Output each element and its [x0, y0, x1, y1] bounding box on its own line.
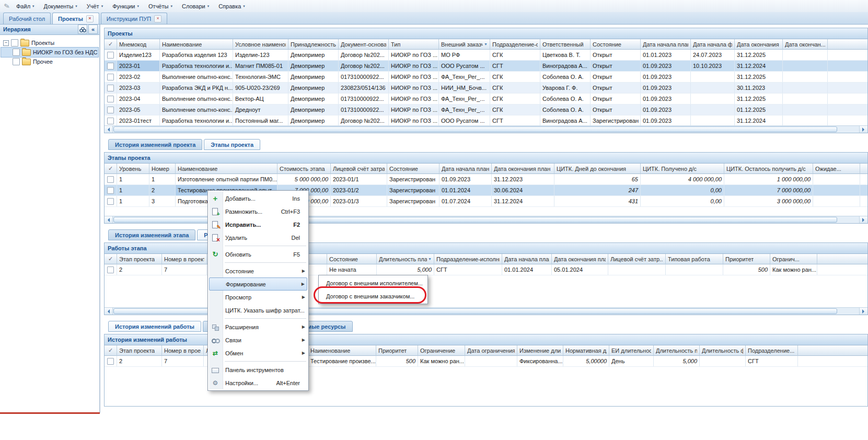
scroll-left-icon[interactable] [105, 216, 113, 223]
window-tab-2[interactable]: Инструкции ПУП× [101, 13, 167, 24]
filter-arrow-icon[interactable]: ▼ [428, 257, 432, 261]
submenu-item-0[interactable]: Договор с внешним исполнителем... [320, 276, 426, 290]
row-checkbox[interactable] [107, 96, 114, 102]
column-header-12[interactable]: Подразделение... [746, 345, 798, 356]
submenu-item-1[interactable]: Договор с внешним заказчиком... [320, 290, 426, 303]
table-row[interactable]: Изделие123Разработка изделия 123Изделие-… [105, 50, 867, 61]
row-checkbox[interactable] [107, 52, 114, 59]
row-checkbox[interactable] [107, 267, 114, 273]
column-header-9[interactable]: Типовая работа [666, 254, 723, 264]
tree-checkbox[interactable] [13, 49, 20, 56]
row-checkbox[interactable] [107, 85, 114, 91]
scroll-right-icon[interactable] [859, 216, 867, 223]
column-header-1[interactable]: Номер в прое... [162, 345, 204, 356]
section-tab-0[interactable]: История изменений этапа [108, 229, 195, 240]
column-header-4[interactable]: Длительность план.▼ [377, 254, 434, 264]
menubar-item-4[interactable]: Отчёты▾ [144, 2, 177, 11]
column-header-7[interactable]: Изменение длите... [517, 345, 563, 356]
tree-item-niokr-goz[interactable]: НИОКР по ГОЗ без НДС [1, 48, 98, 57]
context-menu-item-5[interactable]: ОбновитьF5 [209, 248, 307, 261]
tree-item-prochee[interactable]: Прочее [1, 57, 98, 66]
column-header-7[interactable]: Дата окончания план [552, 254, 608, 264]
column-header-11[interactable]: Огранич... [770, 254, 817, 264]
column-header-2[interactable]: Наименование [176, 164, 277, 174]
table-row[interactable]: 2023-02Выполнение опытно-конс...Технолог… [105, 72, 867, 83]
column-header-1[interactable]: Наименование [160, 39, 233, 50]
column-header-8[interactable]: ЦИТК. Дней до окончания [554, 164, 641, 174]
tree-checkbox[interactable] [13, 58, 20, 65]
tab-close-icon[interactable]: × [154, 15, 161, 22]
column-header-8[interactable]: Нормативная длит... [563, 345, 609, 356]
tree-expander-icon[interactable]: − [3, 40, 9, 46]
column-header-11[interactable]: Ожидае... [813, 164, 860, 174]
scroll-right-icon[interactable] [859, 308, 867, 315]
column-header-0[interactable]: Уровень [117, 164, 149, 174]
column-header-8[interactable]: Лицевой счёт затр... [608, 254, 666, 264]
row-checkbox[interactable] [107, 187, 114, 194]
row-checkbox[interactable] [107, 198, 114, 205]
column-header-8[interactable]: Ответственный [540, 39, 591, 50]
column-header-9[interactable]: ЕИ длительности [609, 345, 654, 356]
context-menu-item-8[interactable]: Формирование▶ [209, 277, 307, 291]
column-header-1[interactable]: Номер [149, 164, 176, 174]
context-menu-item-17[interactable]: Настройки...Alt+Enter [209, 376, 307, 389]
section-tab-0[interactable]: История изменений работы [108, 321, 201, 332]
column-header-7[interactable]: Дата окончания план [492, 164, 554, 174]
context-menu-item-1[interactable]: Размножить...Ctrl+F3 [209, 205, 307, 218]
window-tab-0[interactable]: Рабочий стол [3, 13, 51, 24]
column-header-6[interactable]: Дата начала план [439, 164, 492, 174]
column-header-10[interactable]: Дата начала план. [641, 39, 691, 50]
column-header-5[interactable]: Ограничение [418, 345, 465, 356]
context-menu-item-7[interactable]: Состояние▶ [209, 264, 307, 277]
column-header-3[interactable]: Принадлежность [288, 39, 339, 50]
scroll-right-icon[interactable] [859, 126, 867, 133]
column-header-10[interactable]: Приоритет [723, 254, 770, 264]
column-header-0[interactable]: Этап проекта [117, 345, 162, 356]
column-header-3[interactable]: Стоимость этапа [277, 164, 331, 174]
scroll-track[interactable] [113, 126, 859, 133]
context-menu-item-2[interactable]: Исправить...F2 [209, 218, 307, 231]
column-header-1[interactable]: Номер в проект... [162, 254, 207, 264]
row-checkbox[interactable] [107, 358, 114, 365]
context-menu-item-0[interactable]: Добавить...Ins [209, 192, 307, 205]
window-tab-1[interactable]: Проекты× [52, 13, 99, 24]
column-header-13[interactable]: Дата окончан... [783, 39, 828, 50]
row-checkbox[interactable] [107, 74, 114, 80]
context-menu-item-9[interactable]: Просмотр▶ [209, 291, 307, 304]
context-menu-item-3[interactable]: УдалитьDel [209, 231, 307, 244]
scroll-left-icon[interactable] [105, 126, 113, 133]
column-header-7[interactable]: Подразделение-от... [490, 39, 540, 50]
context-menu-item-12[interactable]: Расширения▶ [209, 320, 307, 333]
column-header-4[interactable]: Лицевой счёт затрат [331, 164, 387, 174]
context-menu-item-13[interactable]: Связи▶ [209, 333, 307, 346]
menubar-item-0[interactable]: Файл▾ [11, 2, 39, 11]
row-checkbox[interactable] [107, 176, 114, 183]
row-checkbox[interactable] [107, 107, 114, 113]
tab-close-icon[interactable]: × [86, 15, 94, 22]
column-header-3[interactable]: Наименование [308, 345, 376, 356]
table-row[interactable]: 2023-05Выполнение опытно-конс...Дредноут… [105, 105, 867, 115]
table-row[interactable]: 2023-03Разработка ЭКД и РКД н...905-U020… [105, 83, 867, 94]
tree-search-icon[interactable] [78, 25, 87, 34]
column-header-4[interactable]: Документ-основан... [339, 39, 389, 50]
row-checkbox[interactable] [107, 118, 114, 124]
scroll-left-icon[interactable] [105, 308, 113, 315]
column-header-6[interactable]: Дата начала план. [502, 254, 552, 264]
column-header-4[interactable]: Приоритет [376, 345, 418, 356]
menubar-item-3[interactable]: Функции▾ [108, 2, 144, 11]
column-header-5[interactable]: Подразделение-исполнитель. [434, 254, 502, 264]
column-header-2[interactable]: Условное наименова... [233, 39, 288, 50]
menubar-item-1[interactable]: Документы▾ [39, 2, 82, 11]
column-header-5[interactable]: Тип [389, 39, 439, 50]
collapse-panel-icon[interactable]: « [88, 25, 98, 34]
context-menu-item-16[interactable]: Панель инструментов [209, 363, 307, 376]
table-row[interactable]: 2023-01тестРазработка технологии и...Пос… [105, 115, 867, 125]
column-header-3[interactable]: Состояние [327, 254, 377, 264]
table-row[interactable]: 2023-01Разработка технологии и...Магнит … [105, 61, 867, 72]
section-tab-0[interactable]: История изменений проекта [108, 139, 202, 150]
scroll-thumb[interactable] [113, 126, 837, 132]
column-header-0[interactable]: Мнемокод [117, 39, 160, 50]
section-tab-1[interactable]: Этапы проекта [204, 139, 260, 150]
table-row[interactable]: 2023-04Выполнение опытно-конс...Вектор-А… [105, 94, 867, 105]
tree-checkbox[interactable] [11, 39, 18, 47]
